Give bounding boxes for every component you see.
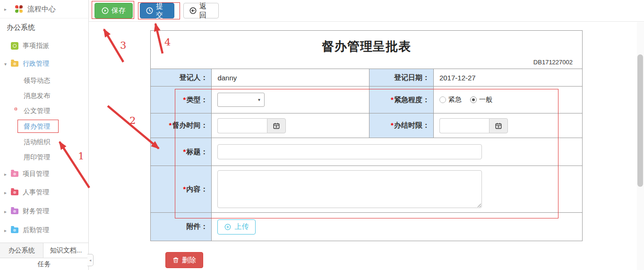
- sidebar-item-label: 人事管理: [23, 188, 49, 197]
- submit-button-label: 提交: [156, 2, 168, 20]
- radio-checked-icon: [470, 96, 477, 103]
- sidebar-item-leader-news[interactable]: 领导动态: [0, 74, 88, 88]
- sidebar-bottom-tabs: 办公系统 知识文档...: [0, 243, 88, 258]
- content-label: *内容：: [151, 166, 212, 213]
- save-button-label: 保存: [112, 6, 126, 15]
- title-input[interactable]: [217, 144, 482, 159]
- play-circle-icon: [102, 7, 109, 14]
- chevron-right-icon: ▸: [4, 209, 11, 214]
- folder-icon: [11, 227, 18, 233]
- urgency-radio-group: 紧急 一般: [439, 96, 582, 104]
- content-textarea[interactable]: [217, 170, 482, 208]
- radio-normal[interactable]: 一般: [470, 96, 492, 104]
- toolbar: 保存 提交 返回: [89, 0, 644, 22]
- arrow-left-circle-icon: [189, 7, 197, 14]
- chevron-right-icon: ▸: [4, 7, 11, 12]
- delete-button-label: 删除: [182, 256, 196, 265]
- finish-deadline-calendar-button[interactable]: [489, 118, 508, 133]
- finish-deadline-label: *办结时限：: [369, 113, 433, 138]
- register-date-value: 2017-12-27: [433, 69, 582, 87]
- type-select[interactable]: ▼: [217, 93, 265, 107]
- chevron-right-icon: ▸: [4, 172, 11, 177]
- form-title: 督办管理呈批表: [151, 38, 582, 55]
- registrant-label: 登记人：: [151, 69, 212, 87]
- chevron-right-icon: ▸: [4, 190, 11, 195]
- supervise-time-input[interactable]: [217, 118, 267, 133]
- folder-icon: [11, 61, 18, 67]
- sidebar: ▸ 流程中心 办公系统 事项指派 ▾ 行政管理 领导动态 消息发布 公文管理 督…: [0, 0, 89, 270]
- doc-number: DB171227002: [151, 59, 582, 66]
- save-button[interactable]: 保存: [94, 3, 133, 18]
- tab-tasks[interactable]: 任务: [0, 258, 88, 270]
- registrant-value: danny: [212, 69, 369, 87]
- radio-icon: [439, 96, 446, 103]
- annotation-number-2: 2: [129, 115, 136, 126]
- process-center-icon: [15, 5, 23, 13]
- attachment-label: 附件：: [151, 213, 212, 241]
- sidebar-item-label: 用印管理: [24, 153, 50, 162]
- sidebar-item-admin-mgmt[interactable]: ▾ 行政管理: [0, 57, 88, 71]
- register-date-label: 登记日期：: [369, 69, 433, 87]
- sidebar-item-label: 财务管理: [23, 207, 49, 216]
- task-assign-icon: [11, 42, 18, 50]
- sidebar-item-label: 流程中心: [27, 5, 56, 14]
- calendar-icon: [273, 122, 280, 129]
- sidebar-item-label: 领导动态: [24, 77, 50, 85]
- sidebar-item-label: 后勤管理: [23, 226, 49, 235]
- sidebar-item-activity-org[interactable]: 活动组织: [0, 135, 88, 149]
- sidebar-item-hr-mgmt[interactable]: ▸ 人事管理: [0, 185, 88, 200]
- scrollbar-thumb[interactable]: [637, 54, 643, 187]
- sidebar-item-label: 督办管理: [24, 122, 50, 131]
- annotation-number-3: 3: [120, 40, 126, 51]
- sidebar-item-finance-mgmt[interactable]: ▸ 财务管理: [0, 204, 88, 218]
- chevron-right-icon: ▸: [4, 228, 11, 233]
- trash-icon: [172, 257, 179, 263]
- sidebar-section-title: 办公系统: [7, 23, 35, 32]
- sidebar-item-project-mgmt[interactable]: ▸ 项目管理: [0, 167, 88, 181]
- sidebar-item-process-center[interactable]: ▸ 流程中心: [0, 0, 88, 18]
- app-window: ▸ 流程中心 办公系统 事项指派 ▾ 行政管理 领导动态 消息发布 公文管理 督…: [0, 0, 644, 270]
- radio-urgent[interactable]: 紧急: [439, 96, 462, 104]
- folder-icon: [11, 171, 18, 177]
- back-button-label: 返回: [199, 2, 213, 20]
- urgency-label: *紧急程度：: [369, 87, 433, 113]
- delete-button[interactable]: 删除: [165, 252, 203, 268]
- back-button[interactable]: 返回: [183, 3, 219, 18]
- supervise-time-group: [217, 118, 286, 133]
- type-label: *类型：: [151, 87, 212, 113]
- folder-icon: [11, 190, 18, 195]
- approval-form-table: 督办管理呈批表 DB171227002 登记人： danny 登记日期： 201…: [150, 30, 583, 241]
- plus-circle-icon: [224, 224, 231, 230]
- sidebar-item-seal-mgmt[interactable]: 用印管理: [0, 150, 88, 165]
- caret-down-icon: ▼: [258, 98, 261, 102]
- sidebar-item-label: 活动组织: [24, 138, 50, 147]
- folder-icon: [11, 209, 18, 214]
- sidebar-item-label: 公文管理: [24, 107, 50, 115]
- tab-knowledge-docs[interactable]: 知识文档...: [43, 243, 88, 258]
- sidebar-item-label: 事项指派: [23, 42, 49, 50]
- sidebar-item-logistics-mgmt[interactable]: ▸ 后勤管理: [0, 223, 88, 237]
- sidebar-item-label: 项目管理: [23, 170, 49, 178]
- sidebar-item-label: 消息发布: [24, 92, 50, 100]
- chevron-down-icon: ▾: [4, 61, 11, 67]
- finish-deadline-group: [439, 118, 508, 133]
- tab-office-system[interactable]: 办公系统: [0, 243, 43, 258]
- supervise-time-label: *督办时间：: [151, 113, 212, 138]
- sidebar-item-doc-mgmt[interactable]: 公文管理: [0, 104, 88, 118]
- sidebar-item-task-assign[interactable]: 事项指派: [0, 39, 88, 53]
- submit-button[interactable]: 提交: [140, 3, 174, 18]
- calendar-icon: [495, 122, 502, 129]
- upload-button-label: 上传: [234, 222, 249, 231]
- sidebar-collapse-handle[interactable]: ◂: [87, 254, 94, 266]
- upload-button[interactable]: 上传: [217, 219, 256, 235]
- sidebar-item-supervise-mgmt[interactable]: 督办管理: [0, 120, 88, 134]
- sidebar-item-label: 行政管理: [23, 60, 49, 68]
- supervise-time-calendar-button[interactable]: [267, 118, 286, 133]
- finish-deadline-input[interactable]: [439, 118, 489, 133]
- sidebar-item-message-publish[interactable]: 消息发布: [0, 89, 88, 103]
- title-label: *标题：: [151, 138, 212, 166]
- clock-icon: [146, 7, 153, 14]
- vertical-scrollbar: [637, 22, 644, 270]
